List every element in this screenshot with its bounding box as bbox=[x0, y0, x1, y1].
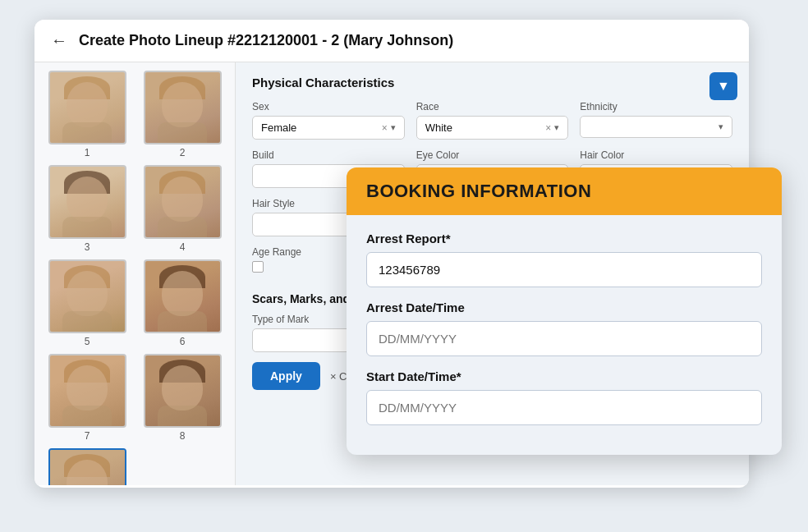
sex-clear[interactable]: × ▾ bbox=[382, 122, 396, 134]
photo-num-3: 3 bbox=[85, 241, 90, 253]
ethnicity-select[interactable]: ▾ bbox=[580, 116, 732, 138]
photo-panel: 1 2 bbox=[34, 62, 236, 485]
sex-label: Sex bbox=[252, 101, 405, 112]
photo-thumb-4[interactable] bbox=[144, 165, 222, 239]
race-x-icon: × bbox=[545, 122, 551, 134]
sex-value: Female bbox=[261, 122, 296, 134]
age-range-checkbox[interactable] bbox=[252, 261, 264, 273]
photo-num-4: 4 bbox=[180, 241, 186, 253]
photo-thumb-5[interactable] bbox=[48, 259, 126, 333]
photo-num-6: 6 bbox=[180, 336, 186, 347]
filter-icon-button[interactable]: ▼ bbox=[709, 72, 737, 100]
photo-thumb-8[interactable] bbox=[144, 354, 222, 428]
arrest-report-label: Arrest Report* bbox=[366, 232, 762, 245]
photo-grid: 1 2 bbox=[43, 71, 227, 485]
list-item[interactable]: ✓ bbox=[43, 448, 131, 485]
window-header: ← Create Photo Lineup #2212120001 - 2 (M… bbox=[34, 20, 749, 62]
list-item[interactable]: 7 bbox=[43, 354, 131, 442]
apply-button[interactable]: Apply bbox=[252, 362, 320, 390]
list-item[interactable]: 1 bbox=[43, 71, 131, 158]
back-button[interactable]: ← bbox=[51, 31, 67, 50]
photo-num-5: 5 bbox=[85, 336, 90, 347]
photo-num-7: 7 bbox=[85, 430, 90, 442]
list-item[interactable]: 5 bbox=[43, 259, 131, 347]
physical-characteristics-title: Physical Characteristics bbox=[252, 76, 732, 89]
list-item[interactable]: 2 bbox=[138, 71, 227, 158]
photo-num-2: 2 bbox=[180, 147, 186, 158]
race-chevron-icon: ▾ bbox=[554, 122, 559, 133]
arrest-report-input[interactable] bbox=[366, 252, 762, 287]
eye-color-label: Eye Color bbox=[416, 149, 569, 161]
race-label: Race bbox=[416, 101, 569, 112]
main-container: ← Create Photo Lineup #2212120001 - 2 (M… bbox=[34, 20, 774, 512]
race-select[interactable]: White × ▾ bbox=[416, 116, 569, 140]
list-item[interactable]: 8 bbox=[138, 354, 227, 442]
list-item[interactable]: 4 bbox=[138, 165, 227, 253]
sex-chevron-icon: ▾ bbox=[391, 122, 396, 133]
race-group: Race White × ▾ bbox=[416, 101, 569, 140]
arrest-datetime-label: Arrest Date/Time bbox=[366, 300, 762, 314]
race-value: White bbox=[425, 122, 452, 134]
page-title: Create Photo Lineup #2212120001 - 2 (Mar… bbox=[79, 32, 453, 49]
start-datetime-label: Start Date/Time* bbox=[366, 369, 762, 383]
start-datetime-input[interactable] bbox=[366, 390, 762, 425]
photo-thumb-1[interactable] bbox=[48, 71, 126, 144]
booking-overlay: BOOKING INFORMATION Arrest Report* Arres… bbox=[347, 167, 782, 455]
booking-header: BOOKING INFORMATION bbox=[347, 167, 782, 215]
photo-thumb-9[interactable]: ✓ bbox=[48, 448, 126, 485]
photo-thumb-2[interactable] bbox=[144, 71, 222, 144]
filter-icon: ▼ bbox=[717, 79, 730, 94]
list-item[interactable]: 3 bbox=[43, 165, 131, 253]
build-label: Build bbox=[252, 149, 405, 161]
booking-body: Arrest Report* Arrest Date/Time Start Da… bbox=[347, 215, 782, 455]
ethnicity-label: Ethnicity bbox=[580, 101, 732, 112]
photo-num-1: 1 bbox=[85, 147, 90, 158]
sex-group: Sex Female × ▾ bbox=[252, 101, 405, 140]
list-item[interactable]: 6 bbox=[138, 259, 227, 347]
ethnicity-chevron-icon: ▾ bbox=[718, 122, 723, 132]
hair-color-label: Hair Color bbox=[580, 149, 732, 161]
photo-thumb-3[interactable] bbox=[48, 165, 126, 239]
sex-select[interactable]: Female × ▾ bbox=[252, 116, 405, 140]
photo-thumb-7[interactable] bbox=[48, 354, 126, 428]
booking-header-title: BOOKING INFORMATION bbox=[366, 181, 591, 201]
race-clear[interactable]: × ▾ bbox=[545, 122, 559, 134]
ethnicity-group: Ethnicity ▾ bbox=[580, 101, 732, 140]
filter-row-1: Sex Female × ▾ Race White bbox=[252, 101, 732, 140]
photo-num-8: 8 bbox=[180, 430, 186, 442]
photo-thumb-6[interactable] bbox=[144, 259, 222, 333]
sex-x-icon: × bbox=[382, 122, 388, 134]
arrest-datetime-input[interactable] bbox=[366, 321, 762, 356]
